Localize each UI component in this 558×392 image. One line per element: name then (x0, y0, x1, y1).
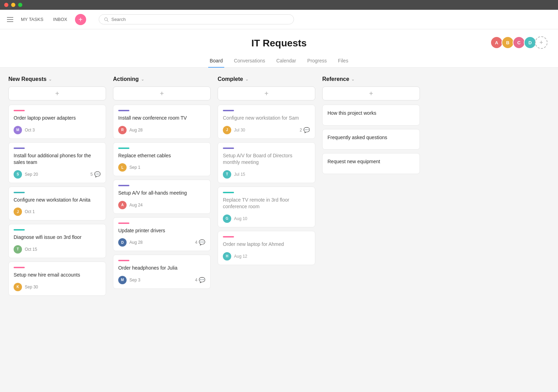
card-avatar: J (223, 126, 231, 134)
member-avatar: A (490, 36, 503, 49)
tab-calendar[interactable]: Calendar (275, 54, 297, 68)
add-card-button[interactable]: + (8, 86, 106, 100)
project-header: ABCD+ IT Requests BoardConversationsCale… (0, 29, 558, 68)
comment-icon: 💬 (303, 127, 310, 133)
project-tabs: BoardConversationsCalendarProgressFiles (7, 54, 551, 67)
comment-count: 5 (90, 172, 93, 177)
search-input[interactable] (111, 17, 289, 22)
card-title: Install new conference room TV (118, 115, 205, 122)
card-footer: DAug 284💬 (118, 238, 205, 247)
project-title: IT Requests (7, 38, 551, 49)
card-footer: RAug 28 (118, 126, 205, 134)
card-footer: MSep 34💬 (118, 276, 205, 284)
my-tasks-link[interactable]: MY TASKS (19, 15, 45, 23)
titlebar-dot-yellow[interactable] (11, 3, 15, 7)
task-card[interactable]: Diagnose wifi issue on 3rd floorTOct 15 (8, 224, 106, 258)
card-color-bar (118, 110, 129, 111)
column-title: Actioning (113, 76, 139, 82)
card-title: Request new equipment (327, 158, 415, 165)
card-footer: JOct 1 (14, 208, 101, 216)
card-meta: GAug 10 (223, 214, 247, 223)
task-card[interactable]: Request new equipment (322, 153, 420, 174)
card-title: Frequently asked questions (327, 134, 415, 141)
task-card[interactable]: Replace TV remote in 3rd floor conferenc… (218, 187, 315, 227)
card-color-bar (14, 192, 25, 193)
search-bar (99, 14, 294, 24)
task-card[interactable]: Install new conference room TVRAug 28 (113, 105, 211, 139)
card-title: Replace TV remote in 3rd floor conferenc… (223, 197, 310, 210)
card-color-bar (118, 185, 129, 186)
card-title: Setup new hire email accounts (14, 272, 101, 279)
card-footer: TOct 15 (14, 245, 101, 254)
column-chevron-icon[interactable]: ⌄ (141, 77, 144, 82)
inbox-link[interactable]: INBOX (51, 15, 69, 23)
card-avatar: G (223, 214, 231, 223)
task-card[interactable]: Frequently asked questions (322, 129, 420, 150)
navbar: MY TASKS INBOX + (0, 10, 558, 29)
card-avatar: M (118, 276, 127, 284)
card-color-bar (223, 110, 234, 111)
card-date: Oct 15 (25, 247, 37, 252)
card-meta: MOct 3 (14, 126, 35, 134)
card-date: Aug 12 (234, 254, 247, 259)
column-chevron-icon[interactable]: ⌄ (48, 77, 52, 82)
titlebar-dot-green[interactable] (18, 3, 22, 7)
card-footer: LSep 1 (118, 163, 205, 172)
task-card[interactable]: Setup new hire email accountsKSep 30 (8, 262, 106, 296)
card-date: Sep 30 (25, 285, 38, 289)
card-title: Configure new workstation for Sam (223, 115, 310, 122)
card-footer: AAug 24 (118, 201, 205, 209)
task-card[interactable]: Order laptop power adaptersMOct 3 (8, 105, 106, 139)
task-card[interactable]: Configure new workstation for AnitaJOct … (8, 187, 106, 221)
task-card[interactable]: Replace ethernet cablesLSep 1 (113, 142, 211, 176)
tab-progress[interactable]: Progress (306, 54, 328, 68)
card-title: Order new laptop for Ahmed (223, 241, 310, 248)
card-color-bar (14, 267, 25, 268)
card-avatar: J (14, 208, 22, 216)
task-card[interactable]: Order headphones for JuliaMSep 34💬 (113, 255, 211, 289)
card-avatar: D (118, 238, 127, 247)
add-card-button[interactable]: + (218, 86, 315, 100)
member-avatar: C (513, 36, 525, 49)
card-color-bar (223, 192, 234, 193)
search-icon (104, 17, 108, 22)
tab-files[interactable]: Files (337, 54, 350, 68)
card-meta: KSep 30 (14, 283, 38, 291)
column-reference: Reference⌄+How this project worksFrequen… (322, 76, 420, 178)
add-card-button[interactable]: + (113, 86, 211, 100)
comment-count: 4 (195, 240, 197, 245)
task-card[interactable]: Install four additional phones for the s… (8, 142, 106, 183)
comment-icon: 💬 (199, 239, 205, 246)
menu-icon[interactable] (7, 17, 13, 22)
column-title: Complete (218, 76, 243, 82)
column-chevron-icon[interactable]: ⌄ (351, 77, 355, 82)
titlebar-dot-red[interactable] (4, 3, 8, 7)
task-card[interactable]: Order new laptop for AhmedHAug 12 (218, 231, 315, 265)
column-actioning: Actioning⌄+Install new conference room T… (113, 76, 211, 292)
card-avatar: T (14, 245, 22, 254)
task-card[interactable]: Update printer driversDAug 284💬 (113, 217, 211, 251)
task-card[interactable]: How this project works (322, 105, 420, 126)
card-meta: MSep 3 (118, 276, 140, 284)
card-title: Diagnose wifi issue on 3rd floor (14, 234, 101, 241)
card-title: Replace ethernet cables (118, 152, 205, 159)
column-chevron-icon[interactable]: ⌄ (245, 77, 249, 82)
card-meta: TJul 15 (223, 170, 245, 179)
card-meta: HAug 12 (223, 252, 247, 261)
card-comments: 2💬 (300, 127, 310, 133)
card-title: Setup A/V for Board of Directors monthly… (223, 152, 310, 166)
tab-conversations[interactable]: Conversations (233, 54, 267, 68)
add-button[interactable]: + (75, 14, 86, 25)
task-card[interactable]: Configure new workstation for SamJJul 30… (218, 105, 315, 139)
card-date: Aug 10 (234, 216, 247, 221)
column-complete: Complete⌄+Configure new workstation for … (218, 76, 315, 269)
card-color-bar (14, 110, 25, 111)
tab-board[interactable]: Board (208, 54, 224, 68)
task-card[interactable]: Setup A/V for all-hands meetingAAug 24 (113, 180, 211, 214)
task-card[interactable]: Setup A/V for Board of Directors monthly… (218, 142, 315, 183)
member-avatar: D (524, 36, 536, 49)
card-meta: LSep 1 (118, 163, 140, 172)
add-member-button[interactable]: + (535, 36, 548, 49)
add-card-button[interactable]: + (322, 86, 420, 100)
card-footer: HAug 12 (223, 252, 310, 261)
